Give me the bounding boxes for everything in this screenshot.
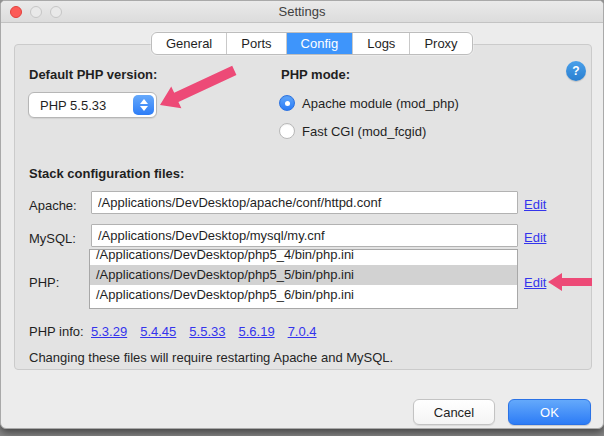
tab-logs[interactable]: Logs — [353, 33, 410, 54]
php-info-link-5-5-33[interactable]: 5.5.33 — [189, 324, 225, 339]
php-info-link-7-0-4[interactable]: 7.0.4 — [288, 324, 317, 339]
php-edit-link[interactable]: Edit — [524, 275, 546, 290]
radio-fast-cgi[interactable]: Fast CGI (mod_fcgid) — [279, 123, 426, 139]
apache-config-input[interactable] — [91, 191, 518, 214]
list-item-php5-5[interactable]: /Applications/DevDesktop/php5_5/bin/php.… — [90, 265, 517, 285]
list-item-php5-4[interactable]: /Applications/DevDesktop/php5_4/bin/php.… — [90, 249, 517, 265]
php-version-dropdown[interactable]: PHP 5.5.33 — [28, 92, 157, 118]
php-row-label: PHP: — [29, 275, 59, 290]
php-info-link-5-3-29[interactable]: 5.3.29 — [91, 324, 127, 339]
window-title: Settings — [1, 4, 603, 19]
chevron-down-icon — [140, 106, 148, 111]
mysql-edit-link[interactable]: Edit — [524, 230, 546, 245]
apache-edit-link[interactable]: Edit — [524, 197, 546, 212]
mysql-config-input[interactable] — [91, 224, 518, 247]
question-mark-icon: ? — [572, 64, 579, 78]
mysql-row-label: MySQL: — [29, 231, 76, 246]
help-button[interactable]: ? — [566, 61, 586, 81]
radio-fast-cgi-label: Fast CGI (mod_fcgid) — [302, 124, 426, 139]
radio-unselected-icon — [279, 123, 295, 139]
chevron-up-icon — [140, 99, 148, 104]
settings-window: Settings General Ports Config Logs Proxy… — [0, 0, 604, 429]
tab-proxy[interactable]: Proxy — [410, 33, 471, 54]
apache-row-label: Apache: — [29, 198, 77, 213]
php-mode-label: PHP mode: — [281, 67, 350, 82]
titlebar: Settings — [1, 1, 603, 23]
php-version-value: PHP 5.5.33 — [29, 98, 106, 113]
radio-selected-icon — [279, 95, 295, 111]
default-php-version-label: Default PHP version: — [29, 67, 157, 82]
php-ini-list: /Applications/DevDesktop/php5_4/bin/php.… — [89, 249, 518, 309]
restart-note: Changing these files will require restar… — [29, 350, 393, 365]
radio-apache-module-label: Apache module (mod_php) — [302, 96, 459, 111]
radio-apache-module[interactable]: Apache module (mod_php) — [279, 95, 459, 111]
php-info-link-5-6-19[interactable]: 5.6.19 — [238, 324, 274, 339]
tab-ports[interactable]: Ports — [227, 33, 286, 54]
php-info-label: PHP info: — [29, 324, 84, 339]
settings-tab-bar: General Ports Config Logs Proxy — [151, 32, 473, 55]
tab-general[interactable]: General — [152, 33, 227, 54]
php-info-links: 5.3.29 5.4.45 5.5.33 5.6.19 7.0.4 — [91, 324, 317, 339]
dropdown-stepper-icon — [133, 95, 154, 115]
list-item-php5-6[interactable]: /Applications/DevDesktop/php5_6/bin/php.… — [90, 285, 517, 305]
tab-config[interactable]: Config — [287, 33, 354, 54]
cancel-button[interactable]: Cancel — [413, 399, 495, 425]
php-info-link-5-4-45[interactable]: 5.4.45 — [140, 324, 176, 339]
stack-config-label: Stack configuration files: — [29, 166, 184, 181]
ok-button[interactable]: OK — [508, 399, 591, 425]
